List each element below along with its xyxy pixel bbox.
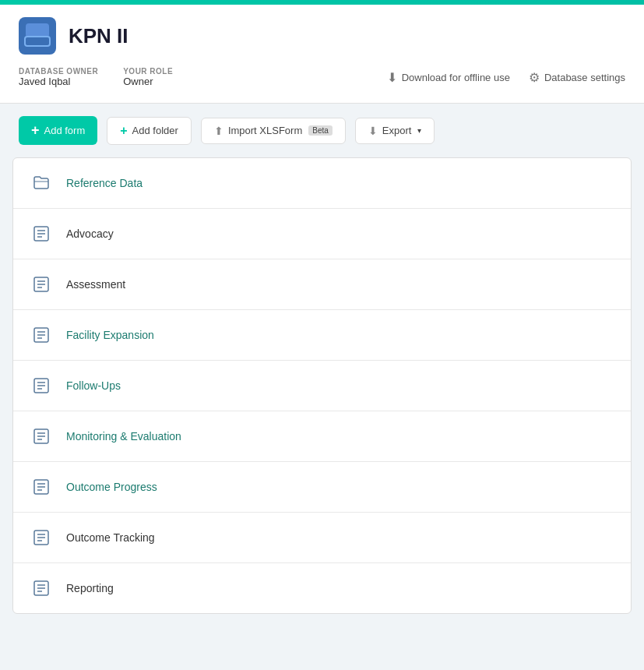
form-name: Facility Expansion [66,329,154,341]
form-row[interactable]: Follow-Ups [13,361,631,411]
form-row[interactable]: Advocacy [13,209,631,259]
import-badge: Beta [308,125,333,136]
import-label: Import XLSForm [228,125,302,136]
form-type-icon [29,373,54,398]
database-icon [19,17,56,55]
svg-rect-0 [25,25,50,47]
svg-rect-3 [26,28,48,31]
form-row[interactable]: Facility Expansion [13,310,631,361]
page-title: KPN II [69,24,128,48]
forms-list: Reference Data Advocacy Assessment Facil… [12,157,632,614]
form-type-icon [29,221,54,246]
form-type-icon [29,171,54,196]
svg-point-6 [26,37,48,44]
db-owner-value: Javed Iqbal [19,76,98,87]
header-meta: DATABASE OWNER Javed Iqbal YOUR ROLE Own… [19,67,625,87]
header-top: KPN II [19,17,625,55]
form-name: Outcome Tracking [66,531,155,544]
export-icon: ⬇ [368,125,378,137]
download-link-label: Download for offline use [402,72,510,83]
header-actions: ⬇ Download for offline use ⚙ Database se… [387,70,625,85]
form-row[interactable]: Monitoring & Evaluation [13,411,631,462]
svg-point-2 [26,24,48,32]
form-name: Advocacy [66,227,114,240]
form-name: Follow-Ups [66,379,121,392]
add-folder-label: Add folder [132,125,178,136]
form-type-icon [29,474,54,499]
your-role-label: YOUR ROLE [123,67,173,76]
form-type-icon [29,424,54,449]
download-offline-link[interactable]: ⬇ Download for offline use [387,70,510,85]
header: KPN II DATABASE OWNER Javed Iqbal YOUR R… [0,5,644,104]
form-type-icon [29,323,54,347]
toolbar: + Add form + Add folder ⬆ Import XLSForm… [0,104,644,157]
settings-icon: ⚙ [529,70,540,85]
form-type-icon [29,525,54,550]
form-name: Assessment [66,278,125,291]
form-name: Reporting [66,582,114,594]
form-type-icon [29,576,54,601]
export-button[interactable]: ⬇ Export ▾ [355,118,435,144]
export-chevron-icon: ▾ [417,126,421,135]
svg-rect-5 [26,34,48,37]
form-name: Outcome Progress [66,481,157,493]
form-name: Reference Data [66,177,143,189]
form-row[interactable]: Reference Data [13,158,631,209]
download-icon: ⬇ [387,70,397,85]
form-row[interactable]: Reporting [13,563,631,613]
add-form-button[interactable]: + Add form [19,116,97,145]
form-type-icon [29,272,54,297]
add-form-label: Add form [44,125,86,136]
svg-point-4 [26,31,48,37]
add-folder-button[interactable]: + Add folder [107,117,192,145]
import-xlsform-button[interactable]: ⬆ Import XLSForm Beta [201,118,346,144]
form-row[interactable]: Outcome Progress [13,462,631,513]
form-row[interactable]: Assessment [13,259,631,310]
your-role-group: YOUR ROLE Owner [123,67,173,87]
add-folder-icon: + [120,124,127,138]
database-settings-link[interactable]: ⚙ Database settings [529,70,625,85]
export-label: Export [382,125,412,136]
settings-link-label: Database settings [544,72,625,83]
form-name: Monitoring & Evaluation [66,430,181,443]
import-icon: ⬆ [214,125,223,137]
add-form-icon: + [31,122,40,139]
db-owner-group: DATABASE OWNER Javed Iqbal [19,67,98,87]
form-row[interactable]: Outcome Tracking [13,513,631,563]
db-owner-label: DATABASE OWNER [19,67,98,76]
your-role-value: Owner [123,76,173,87]
svg-point-1 [26,24,48,32]
